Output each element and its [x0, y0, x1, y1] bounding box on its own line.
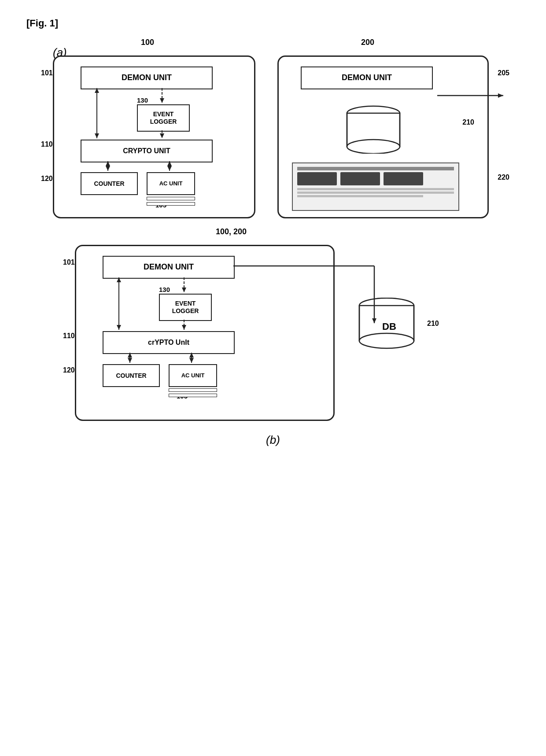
ref-130-a: 130 [137, 96, 148, 104]
ref-120-a: 120 [41, 175, 53, 183]
diagram-b-wrapper: 100, 200 101 DEMON UNIT 130 EVENT LOGGER… [75, 227, 471, 425]
box-200: 205 DEMON UNIT 210 [277, 55, 489, 218]
ref-200: 200 [361, 38, 374, 47]
diagram-a-section: 100 200 101 DEMON UNIT 130 EVENT LOGGER … [26, 38, 520, 478]
ref-220-a: 220 [498, 173, 509, 181]
diagram-b-label: (b) [266, 433, 280, 447]
arrows-box200 [503, 74, 546, 237]
demon-unit-b: DEMON UNIT [103, 256, 235, 279]
ref-210-b: 210 [427, 320, 439, 328]
event-logger-b: EVENT LOGGER [159, 294, 212, 321]
event-logger-a: EVENT LOGGER [137, 104, 190, 132]
fig-label: [Fig. 1] [26, 18, 520, 29]
ref-110-b: 110 [63, 332, 75, 340]
crypto-unit-a: CRYPTO UNIT [81, 140, 213, 162]
ref-101-a: 101 [41, 69, 53, 77]
box-100-200-b: 101 DEMON UNIT 130 EVENT LOGGER 110 crYP… [75, 245, 335, 421]
ref-120-b: 120 [63, 366, 75, 374]
arrow-between-boxes [279, 74, 546, 237]
svg-point-15 [347, 140, 400, 154]
db-cylinder-a [345, 105, 402, 154]
demon-unit-200-a: DEMON UNIT [301, 66, 433, 89]
db-label-b: DB [382, 321, 396, 332]
counter-a: COUNTER [81, 172, 138, 195]
svg-point-26 [359, 333, 414, 348]
ac-unit-a: AC UNIT [147, 172, 195, 195]
ref-110-a: 110 [41, 140, 53, 148]
counter-b: COUNTER [103, 364, 160, 387]
ref-100: 100 [141, 38, 154, 47]
ref-205-a: 205 [498, 69, 509, 77]
box-100: 101 DEMON UNIT 130 EVENT LOGGER 110 CRYP… [53, 55, 255, 218]
ac-unit-b: AC UNIT [169, 364, 217, 387]
ref-130-b: 130 [159, 286, 170, 293]
dashboard-a [292, 162, 459, 211]
demon-unit-a: DEMON UNIT [81, 66, 213, 89]
crypto-unit-b: crYPTO UnIt [103, 331, 235, 354]
ref-101-b: 101 [63, 258, 75, 266]
diagram-a-wrapper: 100 200 101 DEMON UNIT 130 EVENT LOGGER … [53, 38, 493, 227]
svg-marker-23 [498, 93, 503, 98]
diagram-b-section: 100, 200 101 DEMON UNIT 130 EVENT LOGGER… [75, 227, 471, 460]
ref-100-200-b: 100, 200 [216, 227, 247, 236]
ref-210-a: 210 [462, 118, 474, 126]
